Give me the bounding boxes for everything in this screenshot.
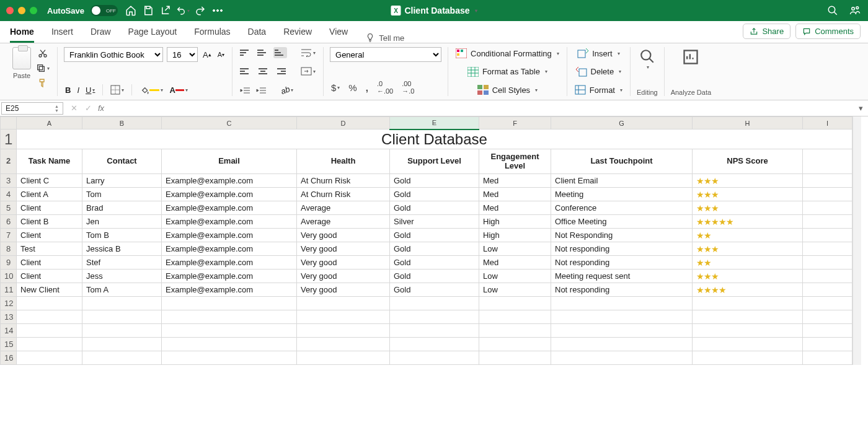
cell[interactable]: Med [479, 201, 551, 215]
accept-formula-button[interactable]: ✓ [84, 102, 93, 114]
cell[interactable]: Med [479, 174, 551, 188]
cell[interactable] [803, 256, 852, 270]
row-header[interactable]: 13 [1, 310, 17, 324]
cell[interactable]: Jess [82, 270, 162, 283]
name-box[interactable]: E25 ▲▼ [1, 102, 63, 115]
cell[interactable]: Office Meeting [551, 215, 693, 229]
format-cells-button[interactable]: Format▾ [574, 84, 624, 96]
font-size-select[interactable]: 16 [167, 47, 198, 62]
row-header[interactable]: 11 [1, 283, 17, 297]
tab-insert[interactable]: Insert [51, 27, 73, 43]
cell[interactable]: Not responding [551, 242, 693, 256]
cell[interactable]: Conference [551, 201, 693, 215]
tab-data[interactable]: Data [248, 27, 267, 43]
cell[interactable]: Example@example.com [162, 215, 297, 229]
cell[interactable] [297, 338, 390, 351]
maximize-window[interactable] [30, 7, 37, 14]
undo-icon[interactable]: ▾ [176, 4, 190, 17]
align-center-button[interactable] [256, 66, 270, 77]
format-painter-button[interactable] [35, 77, 51, 89]
vertical-scrollbar[interactable] [852, 116, 861, 365]
cell[interactable] [803, 242, 852, 256]
cell[interactable]: Contact [82, 149, 162, 174]
cell[interactable]: Example@example.com [162, 256, 297, 270]
cell[interactable]: Not responding [551, 256, 693, 270]
column-header-B[interactable]: B [82, 117, 162, 129]
row-header[interactable]: 8 [1, 242, 17, 256]
column-header-G[interactable]: G [551, 117, 693, 129]
cell[interactable]: Client C [17, 174, 82, 188]
cell[interactable] [803, 188, 852, 201]
font-color-button[interactable]: A▾ [168, 84, 188, 96]
cell[interactable]: High [479, 229, 551, 242]
comments-button[interactable]: Comments [795, 24, 861, 39]
cell[interactable]: Stef [82, 256, 162, 270]
underline-button[interactable]: U▾ [84, 84, 96, 96]
cell[interactable]: Tom B [82, 229, 162, 242]
percent-button[interactable]: % [347, 81, 358, 94]
cell[interactable] [693, 297, 803, 310]
row-header[interactable]: 2 [1, 149, 17, 174]
share-button[interactable]: Share [743, 24, 790, 39]
cell[interactable] [693, 324, 803, 338]
minimize-window[interactable] [18, 7, 25, 14]
column-header-A[interactable]: A [17, 117, 82, 129]
copy-button[interactable]: ▾ [35, 62, 51, 74]
home-icon[interactable] [124, 4, 138, 17]
cell[interactable] [551, 351, 693, 365]
cell[interactable]: Meeting request sent [551, 270, 693, 283]
row-header[interactable]: 3 [1, 174, 17, 188]
cell[interactable] [479, 351, 551, 365]
insert-cells-button[interactable]: Insert▾ [574, 47, 624, 59]
cell[interactable]: Med [479, 256, 551, 270]
cell[interactable]: NPS Score [693, 149, 803, 174]
cell[interactable] [297, 310, 390, 324]
row-header[interactable]: 6 [1, 215, 17, 229]
cell-styles-button[interactable]: Cell Styles▾ [454, 84, 560, 96]
cell[interactable]: Low [479, 283, 551, 297]
tab-review[interactable]: Review [283, 27, 312, 43]
column-header-F[interactable]: F [479, 117, 551, 129]
cell[interactable]: Health [297, 149, 390, 174]
cell[interactable]: Average [297, 201, 390, 215]
cell[interactable]: Client [17, 229, 82, 242]
row-header[interactable]: 10 [1, 270, 17, 283]
cell[interactable]: Support Level [390, 149, 479, 174]
cut-button[interactable] [35, 47, 51, 59]
align-top-button[interactable] [239, 47, 252, 58]
row-header[interactable]: 9 [1, 256, 17, 270]
cell[interactable]: Last Touchpoint [551, 149, 693, 174]
cell[interactable] [803, 283, 852, 297]
cell[interactable] [479, 324, 551, 338]
cell[interactable] [803, 270, 852, 283]
cell[interactable] [17, 324, 82, 338]
cancel-formula-button[interactable]: ✕ [69, 102, 79, 114]
editing-button[interactable]: ▾ [638, 47, 657, 71]
cell[interactable] [390, 351, 479, 365]
column-header-I[interactable]: I [803, 117, 852, 129]
row-header[interactable]: 5 [1, 201, 17, 215]
cell[interactable]: Client [17, 256, 82, 270]
delete-cells-button[interactable]: Delete▾ [574, 66, 624, 78]
cell[interactable] [693, 310, 803, 324]
cell[interactable] [803, 229, 852, 242]
tab-page-layout[interactable]: Page Layout [128, 27, 177, 43]
cell[interactable]: Brad [82, 201, 162, 215]
cell[interactable] [162, 310, 297, 324]
column-header-D[interactable]: D [297, 117, 390, 129]
cell[interactable] [17, 297, 82, 310]
cell[interactable]: Very good [297, 242, 390, 256]
increase-indent-button[interactable] [255, 86, 267, 95]
cell[interactable]: Test [17, 242, 82, 256]
cell[interactable] [803, 297, 852, 310]
tab-draw[interactable]: Draw [91, 27, 111, 43]
cell[interactable] [82, 324, 162, 338]
row-header[interactable]: 12 [1, 297, 17, 310]
cell[interactable]: Not Responding [551, 229, 693, 242]
cell[interactable]: Gold [390, 283, 479, 297]
decrease-indent-button[interactable] [239, 86, 251, 95]
cell[interactable]: Gold [390, 270, 479, 283]
cell[interactable] [551, 297, 693, 310]
cell[interactable]: Gold [390, 229, 479, 242]
row-header[interactable]: 16 [1, 351, 17, 365]
